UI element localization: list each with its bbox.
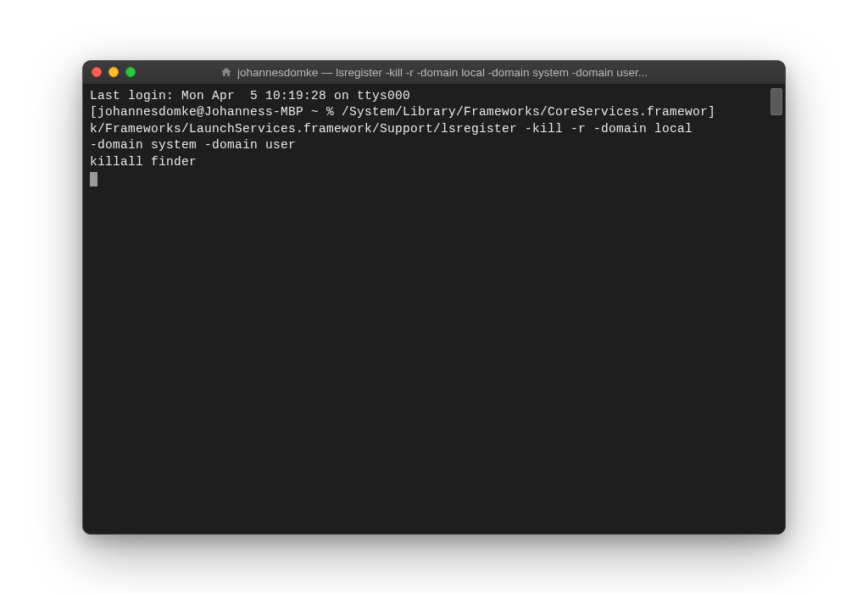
minimize-button[interactable] <box>108 67 119 77</box>
terminal-body[interactable]: Last login: Mon Apr 5 10:19:28 on ttys00… <box>83 85 785 534</box>
terminal-line: [johannesdomke@Johanness-MBP ~ % /System… <box>90 105 715 119</box>
window-title: johannesdomke — lsregister -kill -r -dom… <box>237 66 648 79</box>
scrollbar-thumb[interactable] <box>771 88 782 115</box>
maximize-button[interactable] <box>125 67 136 77</box>
close-button[interactable] <box>92 67 102 77</box>
terminal-line: -domain system -domain user <box>90 138 296 152</box>
title-content: johannesdomke — lsregister -kill -r -dom… <box>83 66 785 79</box>
terminal-line: k/Frameworks/LaunchServices.framework/Su… <box>90 122 700 136</box>
terminal-window: johannesdomke — lsregister -kill -r -dom… <box>82 60 786 535</box>
terminal-line: killall finder <box>90 155 197 169</box>
terminal-line: Last login: Mon Apr 5 10:19:28 on ttys00… <box>90 89 410 103</box>
terminal-output: Last login: Mon Apr 5 10:19:28 on ttys00… <box>90 88 778 189</box>
traffic-lights <box>92 67 136 77</box>
title-bar[interactable]: johannesdomke — lsregister -kill -r -dom… <box>83 61 785 85</box>
cursor <box>90 172 97 186</box>
home-icon <box>220 66 232 78</box>
